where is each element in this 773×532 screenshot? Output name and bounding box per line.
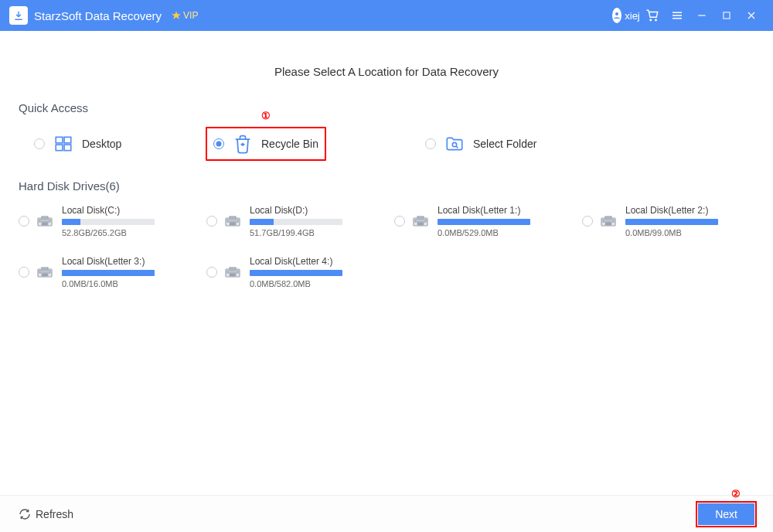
titlebar: StarzSoft Data Recovery VIP xiej [0,0,773,31]
vip-label: VIP [183,10,198,21]
drive-item[interactable]: SSD Local Disk(C:) 52.8GB/265.2GB [19,205,191,237]
user-account[interactable]: xiej [617,5,638,26]
quick-item-select-folder[interactable]: Select Folder [419,127,543,161]
drive-item[interactable]: SSD Local Disk(Letter 2:) 0.0MB/99.0MB [582,205,754,237]
svg-rect-16 [230,217,236,218]
windows-icon [53,133,74,155]
radio-drive[interactable] [19,267,29,278]
ssd-drive-icon: SSD [36,211,56,231]
svg-point-0 [615,12,618,15]
quick-item-recycle-bin[interactable]: Recycle Bin [206,127,326,161]
annotation-two: ② [731,488,741,500]
drive-size: 52.8GB/265.2GB [62,228,155,237]
drive-item[interactable]: SSD Local Disk(Letter 3:) 0.0MB/16.0MB [19,256,191,288]
drive-name: Local Disk(Letter 4:) [250,256,342,267]
annotation-one: ① [261,110,271,121]
drive-name: Local Disk(D:) [250,205,342,216]
radio-select-folder[interactable] [425,138,436,149]
ssd-drive-icon: SSD [599,211,619,231]
svg-text:SSD: SSD [42,222,48,226]
cart-icon[interactable] [642,5,663,26]
drive-item[interactable]: SSD Local Disk(Letter 4:) 0.0MB/582.0MB [206,256,379,288]
ssd-drive-icon: SSD [411,211,431,231]
drive-item[interactable]: SSD Local Disk(D:) 51.7GB/199.4GB [206,205,379,237]
page-heading: Please Select A Location for Data Recove… [19,65,754,78]
svg-rect-6 [56,145,63,151]
svg-text:SSD: SSD [417,222,424,226]
svg-rect-5 [64,137,71,143]
ssd-drive-icon: SSD [36,262,56,282]
drive-name: Local Disk(C:) [62,205,155,216]
svg-text:SSD: SSD [230,222,236,226]
radio-recycle-bin[interactable] [213,138,224,149]
svg-rect-28 [42,268,48,269]
username-label: xiej [625,10,640,22]
refresh-label: Refresh [36,508,73,520]
avatar-icon [612,8,621,23]
quick-item-label: Recycle Bin [261,138,318,150]
quick-access-label: Quick Access [19,101,754,114]
drive-usage-bar [625,219,718,225]
quick-access-row: Desktop ① Recycle Bin Select Folder [19,127,754,161]
drive-usage-bar [438,219,530,225]
refresh-icon [19,508,31,520]
close-icon[interactable] [741,5,762,26]
quick-item-label: Select Folder [473,138,536,150]
ssd-drive-icon: SSD [223,262,243,282]
radio-drive[interactable] [206,216,217,227]
drives-label: Hard Disk Drives(6) [19,179,754,193]
refresh-button[interactable]: Refresh [19,508,73,520]
svg-rect-24 [605,217,611,218]
quick-item-desktop[interactable]: Desktop [28,127,136,161]
drives-grid: SSD Local Disk(C:) 52.8GB/265.2GB SSD Lo… [19,205,754,288]
drive-size: 51.7GB/199.4GB [250,228,342,237]
app-logo-icon [9,6,28,25]
drive-name: Local Disk(Letter 2:) [625,205,718,216]
drive-size: 0.0MB/16.0MB [62,279,155,288]
svg-rect-7 [64,145,71,151]
svg-rect-3 [724,12,730,19]
svg-rect-12 [42,217,48,218]
footer: Refresh ② Next [0,495,773,532]
svg-text:SSD: SSD [42,273,48,277]
svg-point-2 [656,19,657,21]
drive-name: Local Disk(Letter 1:) [438,205,530,216]
recycle-bin-icon [232,133,254,155]
drive-size: 0.0MB/582.0MB [250,279,342,288]
app-title: StarzSoft Data Recovery [34,9,162,22]
minimize-icon[interactable] [691,5,713,26]
drive-size: 0.0MB/99.0MB [625,228,718,237]
drive-usage-bar [250,219,342,225]
folder-search-icon [444,133,465,155]
svg-rect-32 [230,268,236,269]
drive-item[interactable]: SSD Local Disk(Letter 1:) 0.0MB/529.0MB [394,205,567,237]
drive-usage-bar [250,270,342,276]
svg-point-8 [452,142,456,146]
main-content: Please Select A Location for Data Recove… [0,31,773,495]
radio-drive[interactable] [206,267,217,278]
drive-usage-bar [62,219,155,225]
maximize-icon[interactable] [716,5,737,26]
next-label: Next [715,508,737,520]
quick-item-label: Desktop [82,138,121,150]
radio-drive[interactable] [19,216,29,227]
vip-badge: VIP [171,10,198,21]
drive-usage-bar [62,270,155,276]
svg-rect-4 [56,137,63,143]
ssd-drive-icon: SSD [223,211,243,231]
next-button[interactable]: Next [698,503,754,525]
menu-icon[interactable] [666,5,688,26]
drive-size: 0.0MB/529.0MB [438,228,530,237]
svg-rect-20 [417,217,424,218]
drive-name: Local Disk(Letter 3:) [62,256,155,267]
radio-desktop[interactable] [34,138,45,149]
svg-text:SSD: SSD [605,222,611,226]
radio-drive[interactable] [582,216,593,227]
radio-drive[interactable] [394,216,405,227]
svg-text:SSD: SSD [230,273,236,277]
svg-point-1 [650,19,652,21]
